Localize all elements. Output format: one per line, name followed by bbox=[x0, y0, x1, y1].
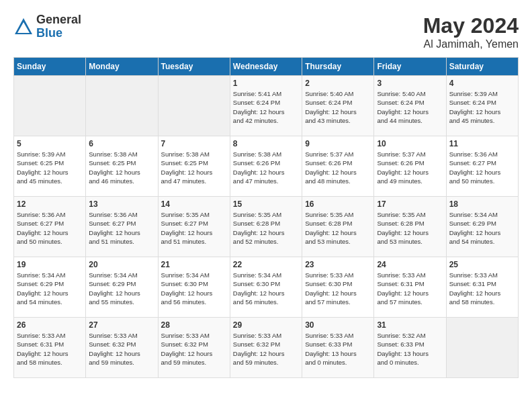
header-day-sunday: Sunday bbox=[14, 58, 86, 76]
calendar-cell bbox=[446, 318, 518, 378]
day-number: 28 bbox=[161, 320, 227, 330]
day-number: 27 bbox=[89, 320, 154, 330]
calendar-cell: 8Sunrise: 5:38 AM Sunset: 6:26 PM Daylig… bbox=[230, 136, 302, 197]
calendar-cell: 10Sunrise: 5:37 AM Sunset: 6:26 PM Dayli… bbox=[374, 136, 446, 197]
calendar-cell: 14Sunrise: 5:35 AM Sunset: 6:27 PM Dayli… bbox=[158, 197, 230, 257]
day-info: Sunrise: 5:40 AM Sunset: 6:24 PM Dayligh… bbox=[377, 89, 443, 125]
day-number: 7 bbox=[161, 139, 227, 148]
calendar-cell: 12Sunrise: 5:36 AM Sunset: 6:27 PM Dayli… bbox=[14, 197, 86, 257]
header-day-tuesday: Tuesday bbox=[158, 58, 230, 76]
day-info: Sunrise: 5:33 AM Sunset: 6:32 PM Dayligh… bbox=[161, 331, 227, 367]
calendar-cell bbox=[86, 76, 158, 136]
day-info: Sunrise: 5:41 AM Sunset: 6:24 PM Dayligh… bbox=[233, 89, 299, 125]
calendar-cell: 3Sunrise: 5:40 AM Sunset: 6:24 PM Daylig… bbox=[374, 76, 446, 136]
day-number: 4 bbox=[449, 79, 515, 88]
calendar-table: SundayMondayTuesdayWednesdayThursdayFrid… bbox=[13, 57, 519, 378]
day-info: Sunrise: 5:38 AM Sunset: 6:25 PM Dayligh… bbox=[161, 150, 227, 185]
title-block: May 2024 Al Jamimah, Yemen bbox=[423, 13, 519, 50]
day-info: Sunrise: 5:36 AM Sunset: 6:27 PM Dayligh… bbox=[449, 150, 515, 185]
day-number: 30 bbox=[305, 320, 371, 330]
day-info: Sunrise: 5:33 AM Sunset: 6:33 PM Dayligh… bbox=[305, 331, 371, 367]
day-info: Sunrise: 5:37 AM Sunset: 6:26 PM Dayligh… bbox=[377, 150, 443, 185]
day-number: 1 bbox=[233, 79, 299, 88]
day-info: Sunrise: 5:35 AM Sunset: 6:28 PM Dayligh… bbox=[233, 210, 299, 246]
day-number: 8 bbox=[233, 139, 299, 148]
calendar-cell: 4Sunrise: 5:39 AM Sunset: 6:24 PM Daylig… bbox=[446, 76, 518, 136]
logo-icon bbox=[13, 17, 34, 37]
day-number: 17 bbox=[377, 199, 443, 209]
header-day-saturday: Saturday bbox=[446, 58, 518, 76]
day-info: Sunrise: 5:40 AM Sunset: 6:24 PM Dayligh… bbox=[305, 89, 371, 125]
header-day-monday: Monday bbox=[86, 58, 158, 76]
day-number: 9 bbox=[305, 139, 371, 148]
day-info: Sunrise: 5:33 AM Sunset: 6:32 PM Dayligh… bbox=[233, 331, 299, 367]
day-number: 10 bbox=[377, 139, 443, 148]
calendar-cell: 30Sunrise: 5:33 AM Sunset: 6:33 PM Dayli… bbox=[302, 318, 374, 378]
day-number: 25 bbox=[449, 260, 515, 269]
day-info: Sunrise: 5:36 AM Sunset: 6:27 PM Dayligh… bbox=[17, 210, 83, 246]
calendar-cell: 26Sunrise: 5:33 AM Sunset: 6:31 PM Dayli… bbox=[14, 318, 86, 378]
logo: General Blue bbox=[13, 13, 81, 40]
week-row-0: 1Sunrise: 5:41 AM Sunset: 6:24 PM Daylig… bbox=[14, 76, 519, 136]
month-year: May 2024 bbox=[423, 13, 519, 38]
week-row-2: 12Sunrise: 5:36 AM Sunset: 6:27 PM Dayli… bbox=[14, 197, 519, 257]
calendar-cell bbox=[158, 76, 230, 136]
day-number: 23 bbox=[305, 260, 371, 269]
day-info: Sunrise: 5:36 AM Sunset: 6:27 PM Dayligh… bbox=[89, 210, 154, 246]
calendar-cell: 23Sunrise: 5:33 AM Sunset: 6:30 PM Dayli… bbox=[302, 257, 374, 318]
day-info: Sunrise: 5:33 AM Sunset: 6:30 PM Dayligh… bbox=[305, 271, 371, 306]
day-number: 5 bbox=[17, 139, 83, 148]
calendar-cell: 2Sunrise: 5:40 AM Sunset: 6:24 PM Daylig… bbox=[302, 76, 374, 136]
calendar-cell: 6Sunrise: 5:38 AM Sunset: 6:25 PM Daylig… bbox=[86, 136, 158, 197]
calendar-cell: 29Sunrise: 5:33 AM Sunset: 6:32 PM Dayli… bbox=[230, 318, 302, 378]
day-info: Sunrise: 5:37 AM Sunset: 6:26 PM Dayligh… bbox=[305, 150, 371, 185]
day-number: 26 bbox=[17, 320, 83, 330]
week-row-1: 5Sunrise: 5:39 AM Sunset: 6:25 PM Daylig… bbox=[14, 136, 519, 197]
day-number: 11 bbox=[449, 139, 515, 148]
day-number: 22 bbox=[233, 260, 299, 269]
week-row-3: 19Sunrise: 5:34 AM Sunset: 6:29 PM Dayli… bbox=[14, 257, 519, 318]
calendar-cell: 17Sunrise: 5:35 AM Sunset: 6:28 PM Dayli… bbox=[374, 197, 446, 257]
calendar-cell: 21Sunrise: 5:34 AM Sunset: 6:30 PM Dayli… bbox=[158, 257, 230, 318]
header-day-thursday: Thursday bbox=[302, 58, 374, 76]
day-info: Sunrise: 5:34 AM Sunset: 6:30 PM Dayligh… bbox=[161, 271, 227, 306]
day-number: 19 bbox=[17, 260, 83, 269]
calendar-cell: 28Sunrise: 5:33 AM Sunset: 6:32 PM Dayli… bbox=[158, 318, 230, 378]
day-number: 13 bbox=[89, 199, 154, 209]
day-info: Sunrise: 5:33 AM Sunset: 6:31 PM Dayligh… bbox=[17, 331, 83, 367]
calendar-cell: 11Sunrise: 5:36 AM Sunset: 6:27 PM Dayli… bbox=[446, 136, 518, 197]
day-number: 2 bbox=[305, 79, 371, 88]
day-number: 20 bbox=[89, 260, 154, 269]
day-info: Sunrise: 5:33 AM Sunset: 6:31 PM Dayligh… bbox=[377, 271, 443, 306]
day-number: 15 bbox=[233, 199, 299, 209]
header-row: SundayMondayTuesdayWednesdayThursdayFrid… bbox=[14, 58, 519, 76]
calendar-cell: 16Sunrise: 5:35 AM Sunset: 6:28 PM Dayli… bbox=[302, 197, 374, 257]
calendar-cell: 7Sunrise: 5:38 AM Sunset: 6:25 PM Daylig… bbox=[158, 136, 230, 197]
week-row-4: 26Sunrise: 5:33 AM Sunset: 6:31 PM Dayli… bbox=[14, 318, 519, 378]
location: Al Jamimah, Yemen bbox=[423, 38, 519, 50]
calendar-cell: 24Sunrise: 5:33 AM Sunset: 6:31 PM Dayli… bbox=[374, 257, 446, 318]
day-info: Sunrise: 5:35 AM Sunset: 6:27 PM Dayligh… bbox=[161, 210, 227, 246]
day-info: Sunrise: 5:32 AM Sunset: 6:33 PM Dayligh… bbox=[377, 331, 443, 367]
header-day-wednesday: Wednesday bbox=[230, 58, 302, 76]
day-info: Sunrise: 5:33 AM Sunset: 6:32 PM Dayligh… bbox=[89, 331, 154, 367]
calendar-header: SundayMondayTuesdayWednesdayThursdayFrid… bbox=[14, 58, 519, 76]
day-info: Sunrise: 5:39 AM Sunset: 6:25 PM Dayligh… bbox=[17, 150, 83, 185]
day-info: Sunrise: 5:34 AM Sunset: 6:30 PM Dayligh… bbox=[233, 271, 299, 306]
calendar-cell: 5Sunrise: 5:39 AM Sunset: 6:25 PM Daylig… bbox=[14, 136, 86, 197]
day-info: Sunrise: 5:35 AM Sunset: 6:28 PM Dayligh… bbox=[377, 210, 443, 246]
calendar-cell: 13Sunrise: 5:36 AM Sunset: 6:27 PM Dayli… bbox=[86, 197, 158, 257]
calendar-cell: 9Sunrise: 5:37 AM Sunset: 6:26 PM Daylig… bbox=[302, 136, 374, 197]
day-number: 16 bbox=[305, 199, 371, 209]
day-number: 21 bbox=[161, 260, 227, 269]
day-info: Sunrise: 5:34 AM Sunset: 6:29 PM Dayligh… bbox=[89, 271, 154, 306]
page-header: General Blue May 2024 Al Jamimah, Yemen bbox=[13, 13, 519, 50]
day-number: 18 bbox=[449, 199, 515, 209]
calendar-cell: 22Sunrise: 5:34 AM Sunset: 6:30 PM Dayli… bbox=[230, 257, 302, 318]
day-info: Sunrise: 5:35 AM Sunset: 6:28 PM Dayligh… bbox=[305, 210, 371, 246]
day-number: 3 bbox=[377, 79, 443, 88]
day-info: Sunrise: 5:38 AM Sunset: 6:25 PM Dayligh… bbox=[89, 150, 154, 185]
calendar-cell: 1Sunrise: 5:41 AM Sunset: 6:24 PM Daylig… bbox=[230, 76, 302, 136]
day-info: Sunrise: 5:34 AM Sunset: 6:29 PM Dayligh… bbox=[17, 271, 83, 306]
day-number: 6 bbox=[89, 139, 154, 148]
